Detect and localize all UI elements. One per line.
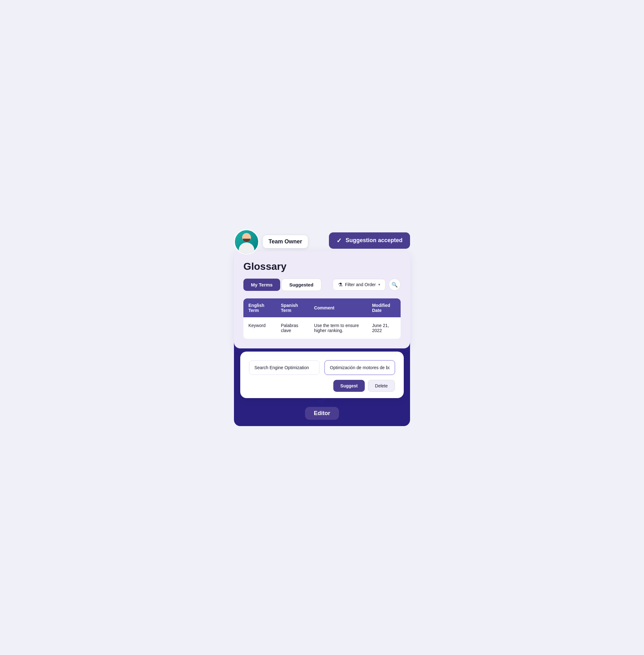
tabs-group: My Terms Suggested <box>244 279 321 291</box>
editor-label-text: Editor <box>314 410 330 416</box>
cell-spanish-term: Palabras clave <box>276 317 309 339</box>
col-comment: Comment <box>309 298 367 317</box>
check-icon: ✓ <box>337 237 342 244</box>
col-modified-date: Modified Date <box>367 298 400 317</box>
glossary-card: Glossary My Terms Suggested ⚗ Filter and… <box>234 251 410 348</box>
delete-button[interactable]: Delete <box>368 380 395 392</box>
filter-group: ⚗ Filter and Order ▾ 🔍 <box>333 279 400 290</box>
filter-order-dropdown[interactable]: ⚗ Filter and Order ▾ <box>333 279 386 290</box>
cell-modified-date: June 21, 2022 <box>367 317 400 339</box>
editor-actions: Suggest Delete <box>249 380 395 392</box>
team-owner-label: Team Owner <box>269 238 302 244</box>
editor-label-badge: Editor <box>305 407 339 420</box>
tabs-filter-row: My Terms Suggested ⚗ Filter and Order ▾ … <box>244 279 400 291</box>
search-icon: 🔍 <box>391 282 398 288</box>
spanish-term-input[interactable] <box>324 360 395 375</box>
search-button[interactable]: 🔍 <box>389 279 400 290</box>
cell-comment: Use the term to ensure higher ranking. <box>309 317 367 339</box>
col-english-term: English Term <box>244 298 276 317</box>
suggestion-accepted-banner: ✓ Suggestion accepted <box>329 232 410 249</box>
editor-inputs <box>249 360 395 375</box>
editor-label-row: Editor <box>240 407 404 420</box>
avatar-head <box>242 233 251 242</box>
chevron-down-icon: ▾ <box>378 282 380 287</box>
team-owner-badge: Team Owner <box>263 235 308 248</box>
suggest-button[interactable]: Suggest <box>333 380 365 392</box>
table-header-row: English Term Spanish Term Comment Modifi… <box>244 298 400 317</box>
editor-card: Suggest Delete <box>240 352 404 398</box>
tab-my-terms[interactable]: My Terms <box>244 279 280 291</box>
suggestion-accepted-text: Suggestion accepted <box>346 237 402 244</box>
team-owner-area: Team Owner <box>234 229 308 254</box>
avatar-body <box>239 242 254 254</box>
cell-english-term: Keyword <box>244 317 276 339</box>
cursor-arrow-icon <box>317 398 327 407</box>
english-term-input[interactable] <box>249 360 320 375</box>
filter-order-label: Filter and Order <box>345 282 376 287</box>
tab-suggested[interactable]: Suggested <box>281 279 321 291</box>
avatar-person <box>237 233 256 254</box>
table-row: Keyword Palabras clave Use the term to e… <box>244 317 400 339</box>
glossary-table: English Term Spanish Term Comment Modifi… <box>244 298 400 339</box>
col-spanish-term: Spanish Term <box>276 298 309 317</box>
filter-icon: ⚗ <box>338 282 342 288</box>
avatar <box>234 229 259 254</box>
glossary-title: Glossary <box>244 261 400 272</box>
avatar-beard <box>243 239 250 242</box>
cursor-area <box>240 399 404 406</box>
